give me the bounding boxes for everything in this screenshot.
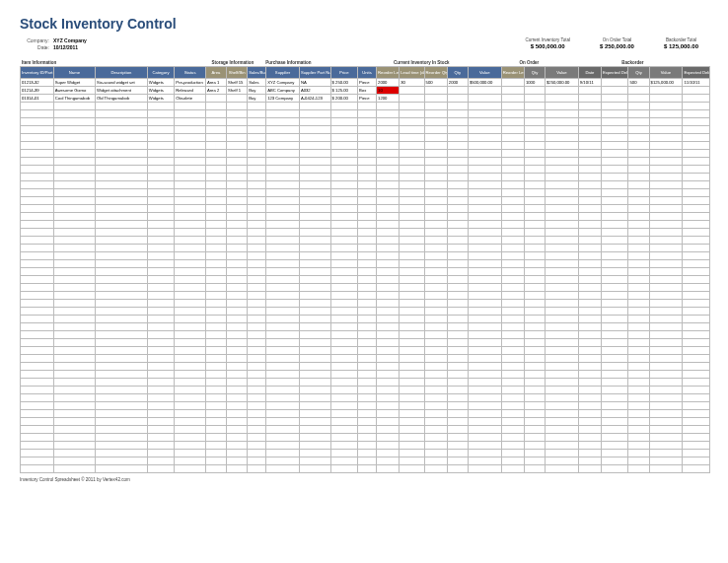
cell xyxy=(468,103,501,110)
cell xyxy=(628,316,649,323)
cell xyxy=(524,284,545,292)
cell xyxy=(447,402,468,410)
cell xyxy=(628,268,649,276)
cell xyxy=(683,442,710,450)
cell xyxy=(683,387,710,394)
date-label: Date: xyxy=(20,44,49,50)
cell xyxy=(447,300,468,308)
cell xyxy=(358,142,377,150)
cell xyxy=(501,347,524,355)
cell xyxy=(248,142,266,150)
cell xyxy=(468,213,501,221)
cell xyxy=(330,450,357,457)
cell xyxy=(468,308,501,316)
cell xyxy=(524,450,545,457)
cell xyxy=(330,260,357,268)
date-value: 10/12/2011 xyxy=(53,44,78,50)
cell xyxy=(330,316,357,323)
cell xyxy=(358,339,377,347)
cell xyxy=(53,221,95,229)
cell xyxy=(248,308,266,316)
cell xyxy=(227,150,248,158)
cell xyxy=(628,142,649,150)
cell xyxy=(21,347,54,355)
cell xyxy=(501,245,524,252)
cell xyxy=(53,355,95,363)
cell xyxy=(96,158,148,166)
cell xyxy=(447,434,468,442)
cell xyxy=(175,142,206,150)
cell xyxy=(330,363,357,371)
cell xyxy=(96,316,148,323)
h-supplier-pn: Supplier Part Number xyxy=(299,67,330,79)
cell xyxy=(266,189,300,197)
cell xyxy=(227,181,248,189)
cell xyxy=(299,103,330,110)
cell xyxy=(377,118,400,126)
cell xyxy=(175,323,206,331)
cell xyxy=(578,316,601,323)
section-purchase: Purchase Information xyxy=(263,59,392,66)
cell xyxy=(468,126,501,134)
cell xyxy=(147,260,174,268)
cell xyxy=(358,150,377,158)
cell xyxy=(266,371,300,379)
cell xyxy=(96,418,148,426)
cell xyxy=(501,95,524,103)
cell xyxy=(424,284,447,292)
cell xyxy=(330,221,357,229)
cell xyxy=(205,237,226,245)
cell xyxy=(377,134,400,142)
cell xyxy=(205,252,226,260)
cell xyxy=(358,252,377,260)
cell xyxy=(299,181,330,189)
cell xyxy=(266,316,300,323)
cell xyxy=(266,276,300,284)
cell xyxy=(501,316,524,323)
cell xyxy=(53,189,95,197)
cell xyxy=(96,331,148,339)
cell xyxy=(649,205,683,213)
cell xyxy=(175,110,206,118)
cell xyxy=(524,95,545,103)
cell xyxy=(683,174,710,181)
cell xyxy=(266,110,300,118)
cell xyxy=(628,450,649,457)
cell xyxy=(602,237,628,245)
cell xyxy=(227,323,248,331)
cell xyxy=(175,150,206,158)
cell xyxy=(424,347,447,355)
cell xyxy=(628,339,649,347)
cell xyxy=(330,237,357,245)
cell xyxy=(147,189,174,197)
cell xyxy=(175,339,206,347)
cell xyxy=(358,181,377,189)
cell xyxy=(227,379,248,387)
cell xyxy=(205,300,226,308)
table-row xyxy=(21,197,710,205)
cell xyxy=(147,331,174,339)
cell xyxy=(602,221,628,229)
cell: $ 250.00 xyxy=(330,79,357,87)
cell xyxy=(248,450,266,457)
cell xyxy=(227,221,248,229)
cell xyxy=(205,189,226,197)
cell xyxy=(524,379,545,387)
cell xyxy=(628,166,649,174)
cell xyxy=(546,410,579,418)
cell xyxy=(175,229,206,237)
cell xyxy=(400,387,424,394)
cell xyxy=(602,166,628,174)
cell xyxy=(424,355,447,363)
cell xyxy=(377,355,400,363)
cell xyxy=(649,103,683,110)
cell xyxy=(501,268,524,276)
cell xyxy=(299,292,330,300)
cell xyxy=(175,118,206,126)
cell xyxy=(578,237,601,245)
cell xyxy=(628,379,649,387)
totals: Current Inventory Total$ 500,000.00 On O… xyxy=(525,37,698,49)
cell xyxy=(683,276,710,284)
cell: Widgets xyxy=(147,79,174,87)
cell: Shelf 1 xyxy=(227,87,248,95)
